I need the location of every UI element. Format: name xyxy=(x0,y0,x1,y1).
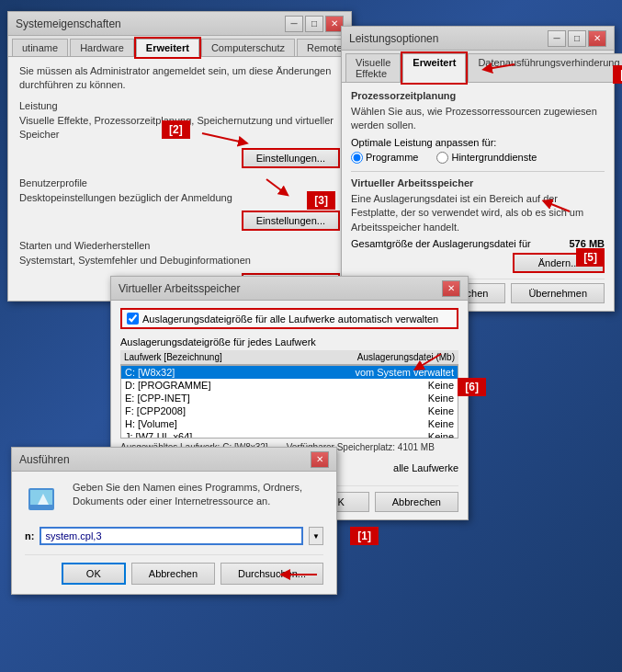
drive-letter: D: [PROGRAMME] xyxy=(125,380,289,391)
col1-header: Laufwerk [Bezeichnung] xyxy=(124,352,289,362)
ausfuehren-ok-btn[interactable]: OK xyxy=(62,563,126,585)
virt-close[interactable]: ✕ xyxy=(442,280,460,297)
ausfuehren-abbrechen-btn[interactable]: Abbrechen xyxy=(131,563,215,585)
ausfuehren-buttons: OK Abbrechen Durchsuchen... xyxy=(25,554,323,585)
annotation-3: [3] xyxy=(307,191,335,210)
admin-notice: Sie müssen als Administrator angemeldet … xyxy=(19,64,340,93)
systemeigenschaften-title: Systemeigenschaften xyxy=(16,17,121,30)
virt-abbrechen-btn[interactable]: Abbrechen xyxy=(375,492,458,512)
tab-hardware[interactable]: Hardware xyxy=(70,39,134,56)
ausfuehren-title-buttons: ✕ xyxy=(311,451,329,468)
auto-manage-checkbox[interactable] xyxy=(127,313,139,325)
ausfuehren-desc: Geben Sie den Namen eines Programms, Ord… xyxy=(73,481,323,518)
systemeig-tab-bar: utiname Hardware Erweitert Computerschut… xyxy=(8,36,351,57)
annotation-4: [4] xyxy=(613,65,622,84)
drive-row[interactable]: F: [CPP2008] Keine xyxy=(121,404,458,417)
ausfuehren-close[interactable]: ✕ xyxy=(311,451,329,468)
virt-section: Virtueller Arbeitsspeicher Eine Auslager… xyxy=(351,171,605,273)
run-icon xyxy=(25,481,62,518)
optimale-label: Optimale Leistung anpassen für: xyxy=(351,137,605,148)
run-input[interactable] xyxy=(40,527,303,545)
annotation-5: [5] xyxy=(576,248,605,267)
drive-row[interactable]: E: [CPP-INET] Keine xyxy=(121,392,458,404)
drive-size: Keine xyxy=(289,393,454,404)
drive-letter: H: [Volume] xyxy=(125,418,289,429)
benutzerprofile-label: Benutzerprofile xyxy=(19,177,340,188)
tab-utiname[interactable]: utiname xyxy=(12,39,68,56)
leistung-uebernehmen-btn[interactable]: Übernehmen xyxy=(511,283,605,303)
leistungsoptionen-window: Leistungsoptionen ─ □ ✕ Visuelle Effekte… xyxy=(341,26,615,312)
starten-label: Starten und Wiederherstellen xyxy=(19,240,340,251)
drive-size: Keine xyxy=(289,431,454,439)
leistung-einstellungen-btn[interactable]: Einstellungen... xyxy=(242,148,340,168)
leistung-tab-visuelle[interactable]: Visuelle Effekte xyxy=(345,53,401,82)
run-icon-area: Geben Sie den Namen eines Programms, Ord… xyxy=(25,481,323,518)
virt-heading: Virtueller Arbeitsspeicher xyxy=(351,177,605,188)
leistung-minimize[interactable]: ─ xyxy=(548,30,566,47)
drive-row[interactable]: J: [W7-UL-x64] Keine xyxy=(121,430,458,439)
annotation-1: [1] xyxy=(350,527,379,545)
drive-letter: C: [W8x32] xyxy=(125,367,289,378)
alle-laufwerke: alle Laufwerke xyxy=(393,462,458,473)
leistung-tab-daten[interactable]: Datenausführungsverhinderung xyxy=(468,53,622,82)
virt-desc: Eine Auslagerungsdatei ist ein Bereich a… xyxy=(351,192,605,234)
col2-header: Auslagerungsdatei (Mb) xyxy=(289,352,455,362)
ausfuehren-content: Geben Sie den Namen eines Programms, Ord… xyxy=(12,472,336,594)
annotation-2: [2] xyxy=(162,120,190,139)
aendern-area: Ändern... [5] xyxy=(351,253,605,273)
tab-computerschutz[interactable]: Computerschutz xyxy=(201,39,295,56)
run-combo-dropdown[interactable]: ▼ xyxy=(309,527,323,545)
virt-title-buttons: ✕ xyxy=(442,280,460,297)
leistung-title-buttons: ─ □ ✕ xyxy=(548,30,606,47)
drive-table-heading: Auslagerungsdateigröße für jedes Laufwer… xyxy=(120,336,458,347)
ausfuehren-window: Ausführen ✕ Geben Sie den Namen eines Pr… xyxy=(11,447,337,595)
annotation-6: [6] xyxy=(458,378,486,396)
virt-size-row: Gesamtgröße der Auslagerungsdatei für 57… xyxy=(351,238,605,249)
leistung-tab-erweitert[interactable]: Erweitert xyxy=(402,53,466,83)
drive-letter: E: [CPP-INET] xyxy=(125,393,289,404)
checkbox-label: Auslagerungsdateigröße für alle Laufwerk… xyxy=(142,313,438,325)
virt-win-title: Virtueller Arbeitsspeicher xyxy=(119,282,241,295)
systemeig-content: Sie müssen als Administrator angemeldet … xyxy=(8,57,351,301)
prozessor-heading: Prozessorzeitplanung xyxy=(351,90,605,101)
run-input-label: n: xyxy=(25,530,34,541)
virt-win-title-bar: Virtueller Arbeitsspeicher ✕ xyxy=(111,277,468,301)
starten-desc: Systemstart, Systemfehler und Debuginfor… xyxy=(19,254,340,268)
drive-row[interactable]: C: [W8x32] vom System verwaltet xyxy=(121,366,458,379)
systemeigenschaften-title-bar: Systemeigenschaften ─ □ ✕ xyxy=(8,12,351,36)
ausfuehren-title: Ausführen xyxy=(19,453,70,466)
systemeigenschaften-window: Systemeigenschaften ─ □ ✕ utiname Hardwa… xyxy=(7,11,352,302)
leistung-label: Leistung xyxy=(19,100,340,111)
radio-programme[interactable]: Programme xyxy=(351,152,418,164)
drive-size: Keine xyxy=(289,380,454,391)
drive-size: Keine xyxy=(289,405,454,416)
ausfuehren-durchsuchen-btn[interactable]: Durchsuchen... xyxy=(221,563,323,585)
leistung-tab-bar: Visuelle Effekte Erweitert Datenausführu… xyxy=(342,51,614,83)
tab-erweitert[interactable]: Erweitert xyxy=(136,39,199,57)
benutzerprofile-desc: Desktopeinstellungen bezüglich der Anmel… xyxy=(19,191,340,205)
leistung-close[interactable]: ✕ xyxy=(588,30,606,47)
drive-table-container: Laufwerk [Bezeichnung] Auslagerungsdatei… xyxy=(120,350,458,439)
run-input-row: n: ▼ [1] ← xyxy=(25,527,323,545)
benutzerprofile-einstellungen-btn[interactable]: Einstellungen... xyxy=(242,211,340,231)
leistungsoptionen-title: Leistungsoptionen xyxy=(349,32,438,45)
drive-size: vom System verwaltet xyxy=(289,367,454,378)
radio-hintergrund[interactable]: Hintergrunddienste xyxy=(436,152,537,164)
virt-size-label: Gesamtgröße der Auslagerungsdatei für xyxy=(351,238,531,249)
maximize-button[interactable]: □ xyxy=(305,16,323,32)
drive-letter: J: [W7-UL-x64] xyxy=(125,431,289,439)
drive-size: Keine xyxy=(289,418,454,429)
drive-letter: F: [CPP2008] xyxy=(125,405,289,416)
title-bar-buttons: ─ □ ✕ xyxy=(285,16,344,32)
checkbox-row: Auslagerungsdateigröße für alle Laufwerk… xyxy=(120,308,458,329)
drive-table-wrapper[interactable]: C: [W8x32] vom System verwaltet D: [PROG… xyxy=(120,365,458,439)
ausfuehren-title-bar: Ausführen ✕ xyxy=(12,448,336,472)
minimize-button[interactable]: ─ xyxy=(285,16,303,32)
prozessor-desc: Wählen Sie aus, wie Prozessorressourcen … xyxy=(351,105,605,133)
drive-row[interactable]: H: [Volume] Keine xyxy=(121,417,458,430)
leistungsoptionen-title-bar: Leistungsoptionen ─ □ ✕ xyxy=(342,27,614,51)
leistung-maximize[interactable]: □ xyxy=(568,30,586,47)
radio-group: Programme Hintergrunddienste xyxy=(351,152,605,164)
drive-table-header: Laufwerk [Bezeichnung] Auslagerungsdatei… xyxy=(120,350,458,365)
drive-row[interactable]: D: [PROGRAMME] Keine xyxy=(121,379,458,392)
